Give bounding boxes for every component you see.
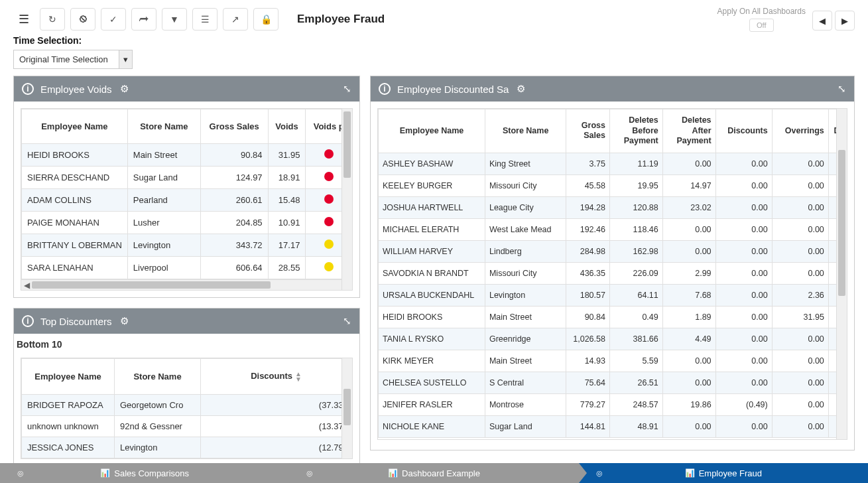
chevron-down-icon: ▾ — [119, 50, 132, 68]
dashboard-tab[interactable]: ◎📊Sales Comparisons — [0, 463, 289, 483]
info-icon[interactable]: i — [379, 83, 391, 95]
table-row[interactable]: KIRK MEYERMain Street14.935.590.000.000.… — [379, 350, 847, 372]
table-row[interactable]: SIERRA DESCHANDSugar Land124.9718.91 — [22, 167, 352, 189]
target-icon: ◎ — [306, 469, 313, 478]
column-header[interactable]: Employee Name — [22, 359, 115, 395]
top-discounters-panel: i Top Discounters ⚙ ⤡ Bottom 10 Employee… — [13, 308, 360, 466]
employee-voids-panel: i Employee Voids ⚙ ⤡ Employee NameStore … — [13, 76, 360, 298]
menu-icon[interactable]: ☰ — [13, 9, 34, 29]
gear-icon[interactable]: ⚙ — [120, 83, 129, 95]
apply-all-dashboards: Apply On All Dashboards Off — [717, 7, 806, 32]
table-row[interactable]: ADAM COLLINSPearland260.6115.48 — [22, 189, 352, 212]
table-row[interactable]: BRIDGET RAPOZAGeorgetown Cro(37.33) — [22, 394, 352, 415]
target-icon: ◎ — [17, 469, 24, 478]
apply-all-toggle[interactable]: Off — [749, 19, 773, 32]
column-header[interactable]: Discounts▲▼ — [201, 359, 352, 395]
gear-icon[interactable]: ⚙ — [517, 83, 525, 95]
table-row[interactable]: unknown unknown92nd & Gessner(13.37) — [22, 415, 352, 437]
panel-title: Employee Voids — [40, 84, 112, 95]
prev-button[interactable]: ◀ — [812, 11, 832, 31]
tab-label: Dashboard Example — [402, 468, 480, 478]
vertical-scrollbar[interactable] — [341, 358, 352, 458]
column-header[interactable]: Deletes Before Payment — [609, 109, 662, 153]
column-header[interactable]: Store Name — [485, 109, 566, 153]
dashboard-button[interactable]: 🛇 — [70, 8, 95, 31]
table-row[interactable]: SAVODKIA N BRANDTMissouri City436.35226.… — [379, 262, 847, 284]
employee-discounted-panel: i Employee Discounted Sa ⚙ ⤡ Employee Na… — [370, 76, 855, 450]
employee-discounted-table: Employee NameStore NameGross SalesDelete… — [378, 109, 847, 438]
column-header[interactable]: Gross Sales — [200, 109, 268, 144]
table-row[interactable]: ASHLEY BASHAWKing Street3.7511.190.000.0… — [379, 153, 847, 174]
status-dot-icon — [324, 149, 334, 159]
column-header[interactable]: Employee Name — [22, 109, 128, 144]
panel-subtitle: Bottom 10 — [14, 334, 359, 358]
table-row[interactable]: WILLIAM HARVEYLindberg284.98162.980.000.… — [379, 240, 847, 262]
tab-label: Sales Comparisons — [114, 468, 189, 478]
horizontal-scrollbar[interactable]: ◀ ▶ — [21, 279, 352, 290]
gear-icon[interactable]: ⚙ — [120, 315, 129, 327]
status-dot-icon — [324, 194, 334, 204]
table-row[interactable]: MICHAEL ELERATHWest Lake Mead192.46118.4… — [379, 218, 847, 240]
dashboard-icon: 📊 — [100, 468, 110, 478]
filter-button[interactable]: ▼ — [162, 8, 187, 31]
info-icon[interactable]: i — [22, 315, 34, 327]
table-row[interactable]: JOSHUA HARTWELLLeague City194.28120.8823… — [379, 196, 847, 218]
table-row[interactable]: KEELEY BURGERMissouri City45.5819.9514.9… — [379, 174, 847, 196]
panel-title: Top Discounters — [40, 316, 112, 327]
table-row[interactable]: PAIGE MONAHANLusher204.8510.91 — [22, 212, 352, 234]
column-header[interactable]: Store Name — [127, 109, 200, 144]
table-row[interactable]: TANIA L RYSKOGreenridge1,026.58381.664.4… — [379, 328, 847, 350]
column-header[interactable]: Gross Sales — [566, 109, 610, 153]
status-dot-icon — [324, 217, 334, 226]
vertical-scrollbar[interactable] — [836, 109, 847, 439]
apply-all-label: Apply On All Dashboards — [717, 7, 806, 16]
table-row[interactable]: URSALA BUCKENDAHLLevington180.5764.117.6… — [379, 284, 847, 306]
table-row[interactable]: SARA LENAHANLiverpool606.6428.55 — [22, 257, 352, 279]
expand-icon[interactable]: ⤡ — [343, 83, 351, 95]
time-selection-label: Time Selection: — [13, 35, 855, 46]
page-title: Employee Fraud — [297, 13, 385, 26]
status-dot-icon — [324, 240, 334, 249]
dashboard-icon: 📊 — [685, 468, 695, 478]
panel-title: Employee Discounted Sa — [397, 84, 509, 95]
expand-icon[interactable]: ⤡ — [837, 83, 846, 95]
top-discounters-table: Employee NameStore NameDiscounts▲▼ BRIDG… — [21, 358, 352, 458]
dashboard-tab[interactable]: ◎📊Employee Fraud — [579, 463, 868, 483]
employee-voids-table: Employee NameStore NameGross SalesVoidsV… — [21, 109, 352, 279]
status-dot-icon — [324, 262, 334, 271]
table-row[interactable]: BRITTANY L OBERMANLevington343.7217.17 — [22, 234, 352, 257]
share-button[interactable]: ⮫ — [131, 8, 156, 31]
info-icon[interactable]: i — [22, 83, 34, 95]
time-selection-dropdown[interactable]: Original Time Selection ▾ — [13, 50, 133, 69]
table-row[interactable]: NICHOLE KANESugar Land144.8148.910.000.0… — [379, 415, 847, 437]
next-button[interactable]: ▶ — [835, 11, 855, 31]
time-selection-value: Original Time Selection — [14, 50, 119, 68]
target-icon: ◎ — [596, 469, 603, 478]
list-button[interactable]: ☰ — [192, 8, 217, 31]
column-header[interactable]: Employee Name — [379, 109, 485, 153]
dashboard-icon: 📊 — [388, 468, 398, 478]
tab-label: Employee Fraud — [699, 468, 762, 478]
table-row[interactable]: JENIFER RASLERMontrose779.27248.5719.86(… — [379, 393, 847, 415]
table-row[interactable]: HEIDI BROOKSMain Street90.840.491.890.00… — [379, 306, 847, 328]
refresh-button[interactable]: ↻ — [40, 8, 65, 31]
vertical-scrollbar[interactable] — [341, 109, 352, 290]
column-header[interactable]: Store Name — [115, 359, 201, 395]
column-header[interactable]: Deletes After Payment — [662, 109, 715, 153]
check-button[interactable]: ✓ — [101, 8, 126, 31]
expand-icon[interactable]: ⤡ — [343, 315, 351, 327]
table-row[interactable]: CHELSEA SUSTELLOS Central75.6426.510.000… — [379, 372, 847, 393]
dashboard-tabs: ◎📊Sales Comparisons◎📊Dashboard Example◎📊… — [0, 463, 868, 483]
table-row[interactable]: JESSICA JONESLevington(12.79) — [22, 437, 352, 458]
column-header[interactable]: Discounts — [715, 109, 772, 153]
dashboard-tab[interactable]: ◎📊Dashboard Example — [289, 463, 578, 483]
status-dot-icon — [324, 172, 334, 181]
column-header[interactable]: Voids — [268, 109, 306, 144]
lock-button[interactable]: 🔒 — [253, 8, 279, 31]
table-row[interactable]: HEIDI BROOKSMain Street90.8431.95 — [22, 144, 352, 167]
open-button[interactable]: ↗ — [223, 8, 248, 31]
column-header[interactable]: Overrings — [772, 109, 828, 153]
